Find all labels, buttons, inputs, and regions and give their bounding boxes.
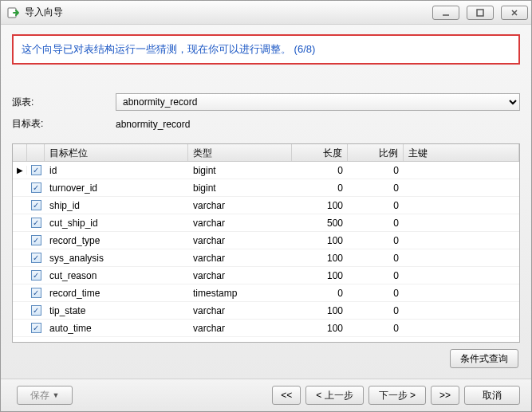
conditional-query-button[interactable]: 条件式查询 [450, 349, 518, 368]
cell-length[interactable]: 100 [292, 198, 348, 213]
grid-header-type[interactable]: 类型 [188, 144, 292, 161]
cell-scale[interactable]: 0 [348, 233, 404, 248]
last-step-button[interactable]: >> [431, 386, 459, 405]
target-table-label: 目标表: [12, 117, 116, 131]
cell-type[interactable]: varchar [188, 216, 292, 230]
row-checkbox[interactable]: ✓ [27, 323, 45, 333]
grid-header: 目标栏位 类型 长度 比例 主键 [13, 144, 519, 162]
row-checkbox[interactable]: ✓ [27, 200, 45, 210]
cell-type[interactable]: varchar [188, 233, 292, 248]
cell-pk[interactable] [404, 239, 519, 242]
next-step-button[interactable]: 下一步 > [368, 386, 426, 405]
prev-step-button[interactable]: < 上一步 [305, 386, 363, 405]
row-checkbox[interactable]: ✓ [27, 305, 45, 316]
cell-pk[interactable] [404, 257, 519, 260]
cell-type[interactable]: timestamp [188, 286, 292, 300]
close-button[interactable] [501, 6, 528, 20]
mapping-form: 源表: abnormity_record 目标表: abnormity_reco… [12, 93, 520, 137]
cell-length[interactable]: 100 [292, 304, 348, 318]
cell-length[interactable]: 500 [292, 216, 348, 230]
cell-field-name[interactable]: id [45, 163, 188, 178]
cell-field-name[interactable]: sys_analysis [45, 251, 188, 265]
cell-pk[interactable] [404, 186, 519, 190]
cell-scale[interactable]: 0 [348, 181, 404, 195]
cell-field-name[interactable]: record_time [45, 286, 188, 300]
cell-field-name[interactable]: tip_state [45, 304, 188, 318]
cell-type[interactable]: varchar [188, 269, 292, 283]
cell-field-name[interactable]: record_type [45, 233, 188, 248]
checkbox-icon: ✓ [31, 253, 41, 263]
row-checkbox[interactable]: ✓ [27, 288, 45, 298]
target-table-row: 目标表: abnormity_record [12, 117, 520, 131]
table-row[interactable]: ✓turnover_idbigint00 [13, 179, 519, 197]
cell-pk[interactable] [404, 274, 519, 277]
columns-grid: 目标栏位 类型 长度 比例 主键 ▶✓idbigint00✓turnover_i… [12, 143, 520, 343]
wizard-window: 导入向导 这个向导已对表结构运行一些猜测，现在你可以进行调整。 (6/8) 源表… [0, 0, 532, 412]
cell-pk[interactable] [404, 327, 519, 330]
cell-length[interactable]: 0 [292, 286, 348, 300]
row-checkbox[interactable]: ✓ [27, 235, 45, 245]
cell-scale[interactable]: 0 [348, 286, 404, 300]
cell-pk[interactable] [404, 309, 519, 312]
checkbox-icon: ✓ [31, 288, 41, 298]
table-row[interactable]: ▶✓idbigint00 [13, 162, 519, 179]
cell-type[interactable]: varchar [188, 251, 292, 265]
cell-pk[interactable] [404, 204, 519, 207]
row-checkbox[interactable]: ✓ [27, 182, 45, 193]
row-checkbox[interactable]: ✓ [27, 253, 45, 263]
cell-scale[interactable]: 0 [348, 251, 404, 265]
row-checkbox[interactable]: ✓ [27, 270, 45, 281]
table-row[interactable]: ✓ship_idvarchar1000 [13, 197, 519, 214]
grid-header-pk[interactable]: 主键 [404, 144, 519, 161]
grid-body[interactable]: ▶✓idbigint00✓turnover_idbigint00✓ship_id… [13, 162, 519, 342]
cell-field-name[interactable]: auto_time [45, 321, 188, 335]
cell-type[interactable]: bigint [188, 181, 292, 195]
cell-scale[interactable]: 0 [348, 304, 404, 318]
cell-pk[interactable] [404, 222, 519, 225]
cell-type[interactable]: varchar [188, 321, 292, 335]
source-table-select[interactable]: abnormity_record [116, 93, 520, 111]
table-row[interactable]: ✓record_typevarchar1000 [13, 232, 519, 249]
first-step-button[interactable]: << [272, 386, 301, 405]
cell-pk[interactable] [404, 292, 519, 295]
cell-length[interactable]: 100 [292, 251, 348, 265]
minimize-button[interactable] [432, 6, 459, 20]
cell-field-name[interactable]: turnover_id [45, 181, 188, 195]
cell-length[interactable]: 0 [292, 163, 348, 178]
cell-field-name[interactable]: ship_id [45, 198, 188, 213]
cell-scale[interactable]: 0 [348, 198, 404, 213]
cell-scale[interactable]: 0 [348, 269, 404, 283]
cell-scale[interactable]: 0 [348, 216, 404, 230]
table-row[interactable]: ✓cut_reasonvarchar1000 [13, 267, 519, 284]
row-checkbox[interactable]: ✓ [27, 218, 45, 228]
cell-scale[interactable]: 0 [348, 163, 404, 178]
table-row[interactable]: ✓auto_timevarchar1000 [13, 320, 519, 337]
grid-header-scale[interactable]: 比例 [348, 144, 404, 161]
cell-length[interactable]: 0 [292, 181, 348, 195]
cell-type[interactable]: varchar [188, 198, 292, 213]
cell-length[interactable]: 100 [292, 233, 348, 248]
table-row[interactable]: ✓cut_ship_idvarchar5000 [13, 214, 519, 232]
cell-scale[interactable]: 0 [348, 321, 404, 335]
cell-length[interactable]: 100 [292, 269, 348, 283]
source-table-label: 源表: [12, 96, 116, 109]
cell-type[interactable]: bigint [188, 163, 292, 178]
cell-length[interactable]: 100 [292, 321, 348, 335]
row-checkbox[interactable]: ✓ [27, 165, 45, 175]
table-row[interactable]: ✓sys_analysisvarchar1000 [13, 249, 519, 267]
maximize-button[interactable] [467, 6, 494, 20]
table-row[interactable]: ✓tip_statevarchar1000 [13, 302, 519, 320]
grid-header-field[interactable]: 目标栏位 [45, 144, 188, 161]
cell-field-name[interactable]: cut_ship_id [45, 216, 188, 230]
cell-type[interactable]: varchar [188, 304, 292, 318]
checkbox-icon: ✓ [31, 218, 41, 228]
save-button[interactable]: 保存 ▼ [17, 386, 73, 405]
grid-header-length[interactable]: 长度 [292, 144, 348, 161]
cell-field-name[interactable]: cut_reason [45, 269, 188, 283]
cell-pk[interactable] [404, 169, 519, 172]
row-marker: ▶ [13, 166, 27, 175]
cancel-button[interactable]: 取消 [464, 386, 520, 405]
grid-header-marker [13, 144, 27, 161]
table-row[interactable]: ✓record_timetimestamp00 [13, 284, 519, 302]
source-table-row: 源表: abnormity_record [12, 93, 520, 111]
